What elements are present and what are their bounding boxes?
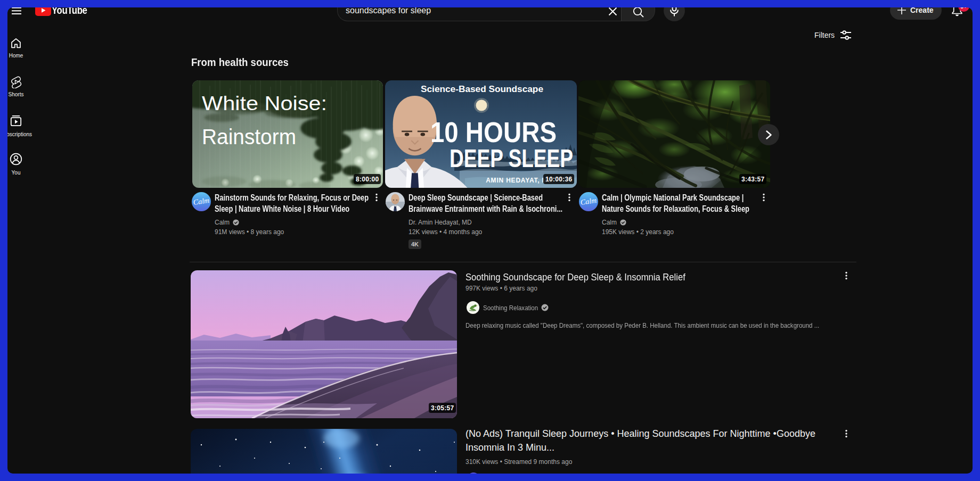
svg-text:10 HOURS: 10 HOURS (430, 116, 557, 148)
svg-text:Science-Based Soundscape: Science-Based Soundscape (421, 85, 543, 94)
svg-text:AMIN HEDAYAT, MD: AMIN HEDAYAT, MD (486, 177, 553, 184)
svg-text:White Noise:: White Noise: (202, 93, 327, 114)
svg-text:Rainstorm: Rainstorm (202, 125, 296, 149)
svg-text:DEEP SLEEP: DEEP SLEEP (450, 144, 573, 172)
